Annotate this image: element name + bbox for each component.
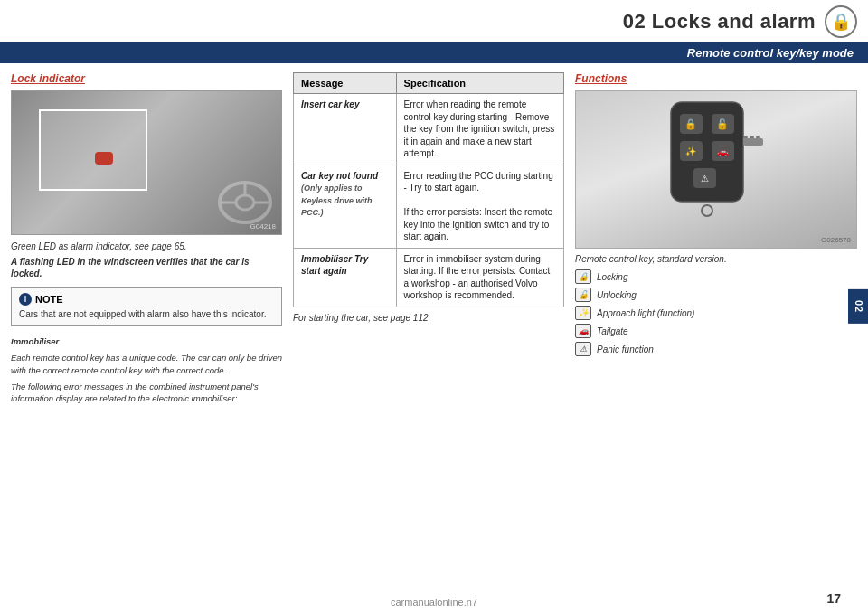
svg-rect-19 (756, 136, 760, 138)
info-icon: i (19, 293, 32, 306)
table-row: Insert car key Error when reading the re… (294, 94, 564, 165)
light-func-icon: ✨ (575, 306, 591, 320)
right-column: Functions 🔒 🔓 ✨ 🚗 ⚠ (575, 72, 857, 595)
key-caption: Remote control key, standard version. (575, 254, 857, 264)
page-number: 17 (826, 591, 841, 606)
watermark-url: carmanualonline.n7 (391, 597, 477, 608)
svg-text:⚠: ⚠ (701, 174, 709, 184)
lock-func-icon: 🔒 (575, 269, 591, 284)
lock-indicator-title: Lock indicator (11, 72, 282, 85)
immobiliser-para1: Each remote control key has a unique cod… (11, 352, 282, 376)
svg-text:🚗: 🚗 (717, 146, 729, 157)
main-content: Lock indicator G04218 Green LED as alarm… (0, 63, 868, 604)
table-header-message: Message (294, 73, 397, 94)
caption2: A flashing LED in the windscreen verifie… (11, 256, 282, 279)
page-header: 02 Locks and alarm 🔒 (0, 0, 868, 42)
func-label-unlock: Unlocking (597, 290, 637, 300)
table-cell-spec-0: Error when reading the remote control ke… (396, 94, 563, 165)
tailgate-func-icon: 🚗 (575, 324, 591, 338)
svg-point-1 (236, 195, 254, 210)
message-table: Message Specification Insert car key Err… (293, 72, 564, 307)
svg-rect-18 (750, 136, 754, 138)
func-label-light: Approach light (function) (597, 308, 694, 318)
lock-indicator-image: G04218 (11, 90, 282, 235)
list-item: 🔒 Locking (575, 269, 857, 284)
immobiliser-title: Immobiliser (11, 335, 282, 347)
middle-column: Message Specification Insert car key Err… (293, 72, 564, 595)
note-header: i NOTE (19, 293, 274, 306)
note-title: NOTE (35, 294, 63, 305)
side-tab: 02 (848, 289, 868, 324)
immobiliser-para2: The following error messages in the comb… (11, 381, 282, 405)
list-item: ✨ Approach light (function) (575, 306, 857, 320)
panic-func-icon: ⚠ (575, 342, 591, 356)
table-cell-spec-2: Error in immobiliser system during start… (396, 248, 563, 306)
list-item: 🚗 Tailgate (575, 324, 857, 338)
key-watermark: G026578 (821, 236, 851, 244)
svg-text:🔒: 🔒 (684, 118, 697, 130)
func-label-panic: Panic function (597, 344, 654, 354)
table-row: Immobiliser Try start again Error in imm… (294, 248, 564, 306)
img-watermark-left: G04218 (250, 222, 276, 231)
note-text: Cars that are not equipped with alarm al… (19, 308, 274, 320)
unlock-func-icon: 🔓 (575, 288, 591, 302)
lock-icon: 🔒 (825, 5, 857, 38)
svg-rect-17 (743, 136, 748, 138)
table-header-specification: Specification (396, 73, 563, 94)
table-row: Car key not found(Only applies to Keyles… (294, 165, 564, 248)
note-box: i NOTE Cars that are not equipped with a… (11, 287, 282, 326)
table-footer: For starting the car, see page 112. (293, 313, 564, 323)
svg-text:🔓: 🔓 (716, 118, 729, 130)
left-column: Lock indicator G04218 Green LED as alarm… (11, 72, 282, 595)
list-item: ⚠ Panic function (575, 342, 857, 356)
svg-text:✨: ✨ (685, 146, 697, 157)
key-fob-svg: 🔒 🔓 ✨ 🚗 ⚠ (662, 98, 770, 242)
section-banner: Remote control key/key mode (0, 42, 868, 63)
indicator-box (39, 109, 147, 191)
func-label-lock: Locking (597, 272, 627, 282)
svg-rect-16 (743, 138, 763, 146)
func-label-tailgate: Tailgate (597, 326, 628, 336)
red-led (95, 152, 113, 165)
functions-list: 🔒 Locking 🔓 Unlocking ✨ Approach light (… (575, 269, 857, 356)
page-title: 02 Locks and alarm (623, 10, 816, 33)
functions-title: Functions (575, 72, 857, 85)
table-cell-message-2: Immobiliser Try start again (294, 248, 397, 306)
key-image: 🔒 🔓 ✨ 🚗 ⚠ G026578 (575, 90, 857, 249)
table-cell-message-1: Car key not found(Only applies to Keyles… (294, 165, 397, 248)
table-cell-message-0: Insert car key (294, 94, 397, 165)
table-cell-spec-1: Error reading the PCC during starting - … (396, 165, 563, 248)
caption1: Green LED as alarm indicator, see page 6… (11, 240, 282, 252)
list-item: 🔓 Unlocking (575, 288, 857, 302)
svg-point-20 (702, 205, 712, 216)
